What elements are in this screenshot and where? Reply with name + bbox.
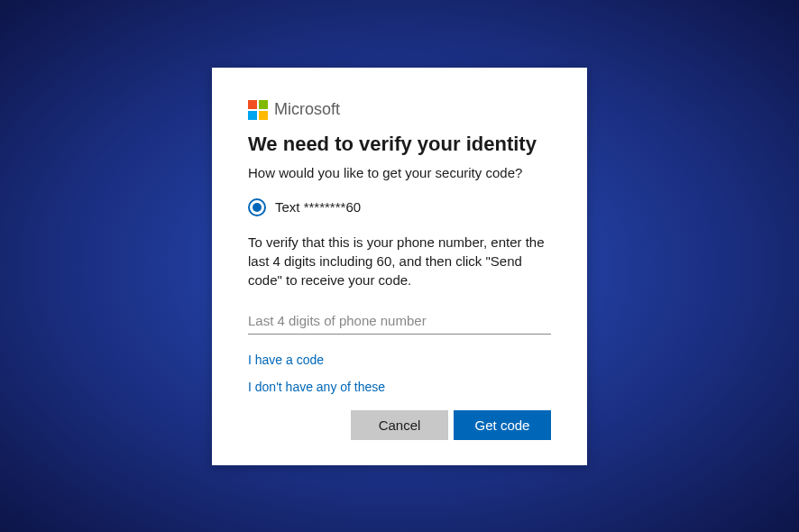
have-code-link[interactable]: I have a code (248, 353, 551, 367)
radio-label: Text ********60 (275, 199, 361, 215)
brand-name: Microsoft (274, 100, 340, 119)
phone-last4-input[interactable] (248, 307, 551, 335)
get-code-button[interactable]: Get code (454, 410, 551, 440)
svg-rect-2 (248, 111, 257, 120)
dialog-subheading: How would you like to get your security … (248, 165, 551, 180)
verify-instructions: To verify that this is your phone number… (248, 233, 551, 289)
svg-rect-0 (248, 100, 257, 109)
verify-identity-dialog: Microsoft We need to verify your identit… (212, 68, 587, 465)
dialog-actions: Cancel Get code (248, 410, 551, 440)
cancel-button[interactable]: Cancel (351, 410, 448, 440)
radio-selected-icon (248, 198, 266, 216)
no-options-link[interactable]: I don't have any of these (248, 380, 551, 394)
dialog-heading: We need to verify your identity (248, 133, 551, 156)
svg-rect-3 (259, 111, 268, 120)
microsoft-brand: Microsoft (248, 100, 551, 120)
svg-rect-1 (259, 100, 268, 109)
microsoft-logo-icon (248, 100, 268, 120)
option-text-phone[interactable]: Text ********60 (248, 198, 551, 216)
